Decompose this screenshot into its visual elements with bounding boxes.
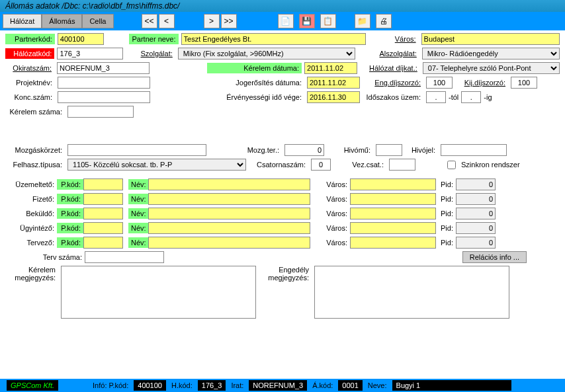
- varos-field[interactable]: [421, 33, 560, 45]
- nav-last-button[interactable]: >>: [221, 14, 237, 28]
- print-icon[interactable]: 🖨: [376, 14, 392, 28]
- fizeto-varos[interactable]: [350, 193, 436, 205]
- hivojel-field[interactable]: [441, 144, 507, 156]
- save-icon[interactable]: 💾: [299, 14, 315, 28]
- status-irat-label: Irat:: [228, 381, 246, 389]
- idoszakos2-field[interactable]: [461, 91, 481, 103]
- vezcsat-field[interactable]: [389, 159, 415, 171]
- label-alszolgalat: Alszolgálat:: [373, 50, 419, 58]
- tervezo-pkod[interactable]: [83, 237, 123, 249]
- status-akod: 0001: [338, 380, 362, 391]
- status-akod-label: Á.kód:: [310, 381, 335, 389]
- status-neve-label: Neve:: [365, 381, 390, 389]
- engedelymeg-textarea[interactable]: [314, 266, 509, 319]
- ugyintezo-varos[interactable]: [350, 222, 436, 234]
- edit-icon[interactable]: 📋: [320, 14, 336, 28]
- alszolgalat-select[interactable]: Mikro- Rádióengedély: [422, 48, 560, 59]
- projektnev-field[interactable]: [58, 77, 150, 89]
- uzemelteto-pid: [456, 178, 496, 190]
- bekuldo-varos[interactable]: [350, 208, 436, 219]
- label-kijdij: Kij.díjszorzó:: [455, 79, 508, 87]
- felhasztipusa-select[interactable]: 1105- Közcélú sokcsat. tb. P-P: [67, 159, 246, 171]
- uzemelteto-pkod[interactable]: [83, 178, 123, 190]
- tab-halozat[interactable]: Hálózat: [3, 14, 42, 28]
- label-pid: Pid:: [436, 239, 456, 247]
- label-partnerkod: Partnerkód:: [5, 34, 55, 44]
- csatornaszam-field[interactable]: [311, 159, 331, 171]
- label-partnernev: Partner neve:: [129, 34, 179, 44]
- status-hkod-label: H.kód:: [169, 381, 195, 389]
- partnerkod-field[interactable]: [58, 33, 104, 45]
- uzemelteto-varos[interactable]: [350, 178, 436, 190]
- mozgter-field[interactable]: [284, 144, 324, 156]
- engdij-field[interactable]: [426, 77, 453, 89]
- new-icon[interactable]: 📄: [278, 14, 294, 28]
- tab-allomas[interactable]: Állomás: [42, 14, 82, 28]
- label-nev: Név:: [128, 223, 148, 233]
- label-szinkron: Szinkron rendszer: [461, 161, 520, 169]
- title-bar: Állomás adatok /Dbc: c:\radio\dbf_fms\hi…: [0, 0, 565, 12]
- hivomu-field[interactable]: [376, 144, 402, 156]
- label-halozatkod: Hálózatkód:: [5, 48, 54, 59]
- nav-prev-button[interactable]: <: [159, 14, 175, 28]
- label-pkod: P.kód:: [57, 194, 83, 204]
- label-varos2: Város:: [310, 239, 350, 247]
- nav-next-button[interactable]: >: [204, 14, 220, 28]
- relacios-button[interactable]: Relációs info ...: [462, 251, 527, 263]
- halozatkod-field[interactable]: [57, 48, 123, 59]
- kerelemszama-field[interactable]: [67, 106, 134, 118]
- label-pid: Pid:: [436, 210, 456, 217]
- kerelemmeg-textarea[interactable]: [61, 266, 256, 319]
- label-idoszakos: Időszakos üzem:: [363, 93, 423, 101]
- label-okiratszam: Okiratszám:: [5, 64, 54, 72]
- label-pkod: P.kód:: [57, 208, 83, 219]
- bekuldo-pid: [456, 208, 496, 219]
- label-tervszama: Terv száma:: [5, 253, 85, 261]
- label-kerelemmeg: Kérelem megjegyzés:: [5, 266, 58, 282]
- label-pkod: P.kód:: [57, 223, 83, 233]
- nav-first-button[interactable]: <<: [142, 14, 157, 28]
- fizeto-pid: [456, 193, 496, 205]
- szinkron-checkbox[interactable]: [447, 161, 456, 169]
- label-jogerosites: Jogerősítés dátuma:: [208, 79, 304, 87]
- szolgalat-select[interactable]: Mikro (Fix szolgálat, >960MHz): [178, 48, 355, 59]
- partnernev-field[interactable]: [181, 33, 366, 45]
- mozgaskorzet-field[interactable]: [67, 144, 206, 156]
- tervezo-nev[interactable]: [148, 237, 310, 249]
- label-nev: Név:: [128, 208, 148, 219]
- label-nev: Név:: [128, 194, 148, 204]
- label-kerelemszama: Kérelem száma:: [5, 108, 65, 116]
- label-tervezo: Tervező:: [5, 239, 57, 247]
- uzemelteto-nev[interactable]: [148, 178, 310, 190]
- idoszakos1-field[interactable]: [426, 91, 446, 103]
- fizeto-pkod[interactable]: [83, 193, 123, 205]
- status-neve: Bugyi 1: [392, 380, 511, 391]
- koncszam-field[interactable]: [58, 91, 150, 103]
- status-irat: NOREFNUM_3: [249, 380, 307, 391]
- tervezo-varos[interactable]: [350, 237, 436, 249]
- label-mozgaskorzet: Mozgáskörzet:: [5, 146, 65, 154]
- tervszama-field[interactable]: [85, 251, 164, 263]
- fizeto-nev[interactable]: [148, 193, 310, 205]
- label-pkod: P.kód:: [57, 179, 83, 190]
- bekuldo-pkod[interactable]: [83, 208, 123, 219]
- ervenyesseg-field[interactable]: [307, 91, 360, 103]
- kerelemdatum-field[interactable]: [304, 62, 357, 74]
- status-pkod: 400100: [134, 380, 166, 391]
- label-varos2: Város:: [310, 210, 350, 217]
- ugyintezo-nev[interactable]: [148, 222, 310, 234]
- kijdij-field[interactable]: [511, 77, 537, 89]
- label-varos2: Város:: [310, 195, 350, 203]
- halozatdijkat-select[interactable]: 07- Telephelyre szóló Pont-Pont: [423, 62, 560, 74]
- tab-cella[interactable]: Cella: [82, 14, 113, 28]
- label-nev: Név:: [128, 179, 148, 190]
- folder-icon[interactable]: 📁: [355, 14, 370, 28]
- label-pid: Pid:: [436, 180, 456, 188]
- jogerosites-field[interactable]: [307, 77, 360, 89]
- label-pid: Pid:: [436, 224, 456, 232]
- okiratszam-field[interactable]: [57, 62, 150, 74]
- label-vezcsat: Vez.csat.:: [333, 161, 386, 169]
- label-bekuldo: Beküldő:: [5, 210, 57, 217]
- ugyintezo-pkod[interactable]: [83, 222, 123, 234]
- bekuldo-nev[interactable]: [148, 208, 310, 219]
